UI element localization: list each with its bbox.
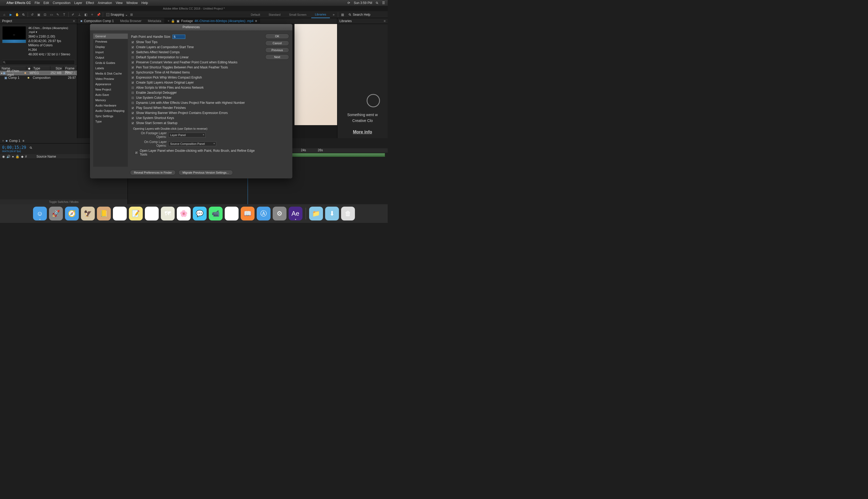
- dock-finder-icon[interactable]: ☺: [33, 207, 47, 220]
- help-menu[interactable]: Help: [142, 1, 148, 5]
- video-toggle-icon[interactable]: ◉: [2, 155, 5, 158]
- home-icon[interactable]: ⌂: [2, 12, 7, 17]
- project-search-input[interactable]: [2, 60, 75, 65]
- prefs-cat-display[interactable]: Display: [93, 44, 128, 50]
- col-size[interactable]: Size: [50, 66, 64, 70]
- workspace-small-screen[interactable]: Small Screen: [285, 11, 310, 18]
- prefs-cat-type[interactable]: Type: [93, 119, 128, 124]
- dock-ibooks-icon[interactable]: 📖: [241, 207, 255, 220]
- checkbox-10[interactable]: [131, 91, 134, 95]
- window-menu[interactable]: Window: [126, 1, 138, 5]
- checkbox-7[interactable]: [131, 76, 134, 80]
- workspace-overflow-icon[interactable]: »: [331, 12, 336, 17]
- checkbox-8[interactable]: [131, 81, 134, 84]
- tab-footage[interactable]: × 🔒 ▣ Footage 4K-Chimei-inn-60mbps (4ksa…: [164, 18, 260, 24]
- timeline-search[interactable]: [30, 146, 32, 150]
- prefs-cat-previews[interactable]: Previews: [93, 39, 128, 44]
- prefs-cat-media[interactable]: Media & Disk Cache: [93, 71, 128, 76]
- checkbox-0[interactable]: [131, 40, 134, 44]
- checkbox-3[interactable]: [131, 56, 134, 59]
- animation-menu[interactable]: Animation: [98, 1, 112, 5]
- shape-tool-icon[interactable]: ▭: [49, 12, 54, 17]
- source-name-header[interactable]: Source Name: [36, 155, 56, 158]
- dock-applications-folder-icon[interactable]: 📁: [309, 207, 323, 220]
- dock-facetime-icon[interactable]: 📹: [209, 207, 223, 220]
- workspace-default[interactable]: Default: [247, 11, 264, 18]
- dock-launchpad-icon[interactable]: 🚀: [49, 207, 63, 220]
- snapping-options-icon[interactable]: ⌄: [125, 13, 128, 16]
- cancel-button[interactable]: Cancel: [265, 40, 289, 46]
- clip-title[interactable]: 4K-Chim…0mbps (4ksamples) .mp4 ▾: [28, 26, 75, 34]
- eraser-tool-icon[interactable]: ◧: [83, 12, 88, 17]
- on-footage-select[interactable]: Layer Panel: [168, 133, 206, 137]
- prefs-cat-labels[interactable]: Labels: [93, 65, 128, 71]
- panel-menu-icon[interactable]: ≡: [255, 19, 257, 23]
- prefs-cat-grids[interactable]: Grids & Guides: [93, 60, 128, 65]
- dock-reminders-icon[interactable]: ☑: [145, 207, 159, 220]
- spotlight-icon[interactable]: [376, 1, 378, 5]
- layer-menu[interactable]: Layer: [74, 1, 82, 5]
- puppet-tool-icon[interactable]: 📌: [96, 12, 101, 17]
- label-color-icon[interactable]: ■: [24, 71, 29, 75]
- clock[interactable]: Sun 3:59 PM: [354, 1, 372, 5]
- dock-itunes-icon[interactable]: ♫: [225, 207, 239, 220]
- audio-toggle-icon[interactable]: 🔊: [7, 155, 10, 158]
- dock-messages-icon[interactable]: 💬: [193, 207, 207, 220]
- edit-menu[interactable]: Edit: [44, 1, 49, 5]
- col-framerate[interactable]: Frame Ra…: [64, 66, 77, 70]
- label-icon[interactable]: ◆: [21, 155, 23, 158]
- text-tool-icon[interactable]: T: [61, 12, 67, 17]
- close-icon[interactable]: ×: [168, 19, 169, 23]
- search-help[interactable]: Search Help: [349, 13, 386, 16]
- effect-menu[interactable]: Effect: [86, 1, 94, 5]
- prefs-cat-audio-out[interactable]: Audio Output Mapping: [93, 108, 128, 113]
- prefs-cat-video[interactable]: Video Preview: [93, 76, 128, 82]
- prefs-cat-output[interactable]: Output: [93, 55, 128, 60]
- checkbox-16[interactable]: [131, 121, 134, 125]
- dock-calendar-icon[interactable]: 22: [113, 207, 127, 220]
- pen-tool-icon[interactable]: ✎: [55, 12, 60, 17]
- on-comp-select[interactable]: Source Composition Panel: [168, 142, 216, 146]
- checkbox-5[interactable]: [131, 66, 134, 69]
- prefs-cat-import[interactable]: Import: [93, 50, 128, 55]
- prefs-cat-sync[interactable]: Sync Settings: [93, 113, 128, 119]
- checkbox-6[interactable]: [131, 71, 134, 74]
- panel-toggle-icon[interactable]: ▦: [340, 12, 345, 17]
- snapping-toggle[interactable]: Snapping ⌄ ⊞: [106, 12, 134, 17]
- clone-tool-icon[interactable]: ⊥: [77, 12, 82, 17]
- hand-tool-icon[interactable]: ✋: [14, 12, 20, 17]
- lock-toggle-icon[interactable]: 🔒: [15, 155, 20, 158]
- dock-maps-icon[interactable]: 🗺: [161, 207, 175, 220]
- dock-contacts-icon[interactable]: 📒: [97, 207, 111, 220]
- index-icon[interactable]: #: [25, 155, 27, 158]
- previous-button[interactable]: Previous: [265, 47, 289, 53]
- panel-menu-icon[interactable]: ≡: [73, 19, 75, 23]
- checkbox-4[interactable]: [131, 61, 134, 64]
- prefs-cat-auto-save[interactable]: Auto-Save: [93, 92, 128, 97]
- zoom-tool-icon[interactable]: [21, 12, 26, 17]
- view-menu[interactable]: View: [116, 1, 123, 5]
- next-button[interactable]: Next: [265, 54, 289, 60]
- file-menu[interactable]: File: [35, 1, 40, 5]
- project-search[interactable]: [0, 59, 77, 66]
- prefs-cat-new-project[interactable]: New Project: [93, 87, 128, 92]
- brush-tool-icon[interactable]: ✐: [70, 12, 76, 17]
- ok-button[interactable]: OK: [265, 34, 289, 39]
- timeline-comp-name[interactable]: Comp 1: [9, 139, 20, 143]
- checkbox-11[interactable]: [131, 96, 134, 100]
- migrate-button[interactable]: Migrate Previous Version Settings...: [179, 170, 233, 175]
- roto-tool-icon[interactable]: ✧: [89, 12, 95, 17]
- path-point-input[interactable]: [172, 35, 185, 39]
- notification-center-icon[interactable]: ☰: [382, 1, 385, 5]
- dock-appstore-icon[interactable]: Ⓐ: [257, 207, 270, 220]
- label-color-icon[interactable]: ■: [27, 76, 33, 80]
- dock-trash-icon[interactable]: 🗑: [341, 207, 355, 220]
- workspace-standard[interactable]: Standard: [265, 11, 284, 18]
- dock-photos-icon[interactable]: 🌸: [177, 207, 191, 220]
- camera-tool-icon[interactable]: ▣: [36, 12, 41, 17]
- project-row[interactable]: ▣ Comp 1 ■ Composition 29.97: [0, 75, 77, 80]
- workspace-libraries[interactable]: Libraries: [311, 11, 330, 18]
- snapping-checkbox-icon[interactable]: [106, 13, 109, 16]
- pan-behind-tool-icon[interactable]: ⊡: [42, 12, 48, 17]
- cc-status-icon[interactable]: ⟳: [347, 1, 350, 5]
